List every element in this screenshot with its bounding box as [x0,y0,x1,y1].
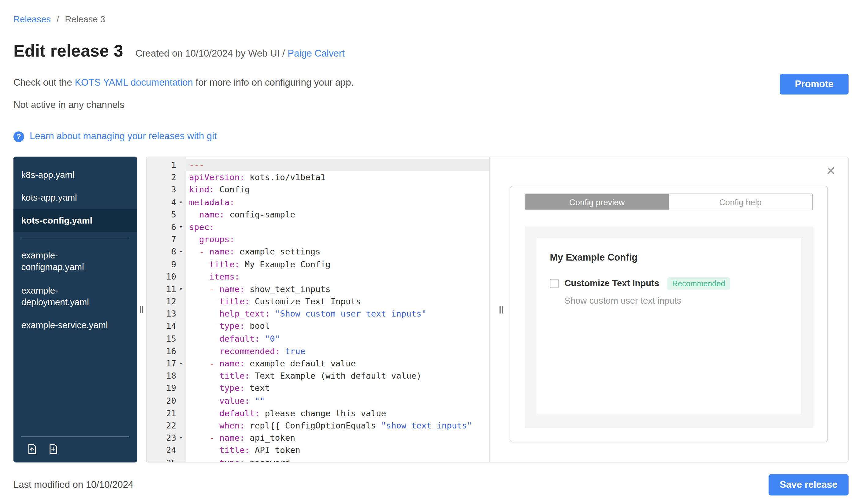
fold-arrow-icon[interactable]: ▾ [176,221,186,233]
gutter-line[interactable]: 25 [146,456,186,462]
fold-arrow-icon[interactable]: ▾ [176,358,186,370]
code-token [189,284,209,294]
file-tree-resize-handle[interactable] [137,157,146,462]
file-tree-item[interactable]: example-service.yaml [13,314,137,336]
promote-button[interactable]: Promote [780,74,849,94]
gutter-line[interactable]: 7 [146,233,186,246]
fold-spacer [176,370,186,382]
code-line[interactable]: type: password [186,456,489,462]
code-token [260,334,265,344]
close-icon[interactable]: ✕ [826,165,836,176]
gutter-line[interactable]: 3 [146,184,186,196]
tab-config-help[interactable]: Config help [669,194,812,210]
gutter-line[interactable]: 8▾ [146,246,186,258]
code-token: items: [209,271,239,282]
fold-spacer [176,271,186,283]
gutter-line[interactable]: 14 [146,320,186,333]
gutter-line[interactable]: 22 [146,419,186,432]
code-line[interactable]: - name: example_settings [186,246,489,258]
code-token [189,346,219,356]
kots-yaml-doc-link[interactable]: KOTS YAML documentation [75,77,193,88]
code-line[interactable]: title: Customize Text Inputs [186,295,489,308]
file-tree-item[interactable]: k8s-app.yaml [13,163,137,186]
gutter-line[interactable]: 17▾ [146,358,186,370]
code-token [189,309,219,319]
code-token: value: [219,396,250,406]
code-line[interactable]: name: config-sample [186,209,489,221]
gutter-line[interactable]: 11▾ [146,283,186,295]
gutter-line[interactable]: 4▾ [146,196,186,209]
gutter-line[interactable]: 19 [146,382,186,395]
code-line[interactable]: when: repl{{ ConfigOptionEquals "show_te… [186,419,489,432]
upload-file-icon[interactable] [26,443,38,455]
gutter-line[interactable]: 9 [146,258,186,271]
gutter-line[interactable]: 12 [146,295,186,308]
file-tree-item[interactable]: example-deployment.yaml [13,279,137,314]
code-line[interactable]: title: API token [186,445,489,457]
editor-panel: 1234▾56▾78▾91011▾121314151617▾1819202122… [146,157,849,462]
gutter-line[interactable]: 24 [146,445,186,457]
fold-arrow-icon[interactable]: ▾ [176,432,186,445]
code-line[interactable]: - name: api_token [186,432,489,445]
code-line[interactable]: value: "" [186,395,489,407]
gutter-line[interactable]: 10 [146,271,186,283]
code-token: text [245,383,270,393]
code-line[interactable]: groups: [186,233,489,246]
code-token: name: [219,358,245,369]
code-token [189,247,199,257]
code-line[interactable]: type: bool [186,320,489,333]
code-line[interactable]: spec: [186,221,489,233]
file-tree-item[interactable]: kots-app.yaml [13,186,137,209]
line-number: 14 [146,320,176,333]
gutter-line[interactable]: 23▾ [146,432,186,445]
tab-config-preview[interactable]: Config preview [525,194,669,210]
fold-arrow-icon[interactable]: ▾ [176,246,186,258]
code-editor[interactable]: 1234▾56▾78▾91011▾121314151617▾1819202122… [146,157,490,462]
code-line[interactable]: default: please change this value [186,407,489,420]
gutter-line[interactable]: 20 [146,395,186,407]
gutter-line[interactable]: 5 [146,209,186,221]
gutter-line[interactable]: 16 [146,345,186,358]
line-number: 19 [146,382,176,395]
gutter-line[interactable]: 6▾ [146,221,186,233]
file-tree-item[interactable]: example-configmap.yaml [13,244,137,279]
gutter-line[interactable]: 21 [146,407,186,420]
code-line[interactable]: - name: example_default_value [186,358,489,370]
code-line[interactable]: --- [186,159,489,171]
author-link[interactable]: Paige Calvert [288,48,345,59]
breadcrumb-separator: / [56,15,59,24]
code-line[interactable]: help_text: "Show custom user text inputs… [186,308,489,320]
file-tree-footer [21,436,129,462]
git-help-link[interactable]: Learn about managing your releases with … [30,131,217,142]
line-number: 24 [146,445,176,457]
code-line[interactable]: items: [186,271,489,283]
config-checkbox[interactable] [550,279,559,288]
gutter-line[interactable]: 2 [146,171,186,184]
file-tree-item[interactable]: kots-config.yaml [13,209,137,232]
save-release-button[interactable]: Save release [769,474,849,495]
code-line[interactable]: - name: show_text_inputs [186,283,489,295]
code-line[interactable]: kind: Config [186,184,489,196]
code-line[interactable]: metadata: [186,196,489,209]
gutter-line[interactable]: 1 [146,159,186,171]
gutter-line[interactable]: 18 [146,370,186,382]
code-line[interactable]: default: "0" [186,332,489,345]
code-token: password [245,458,290,462]
code-line[interactable]: type: text [186,382,489,395]
fold-arrow-icon[interactable]: ▾ [176,196,186,209]
code-token [189,259,209,269]
editor-code[interactable]: ---apiVersion: kots.io/v1beta1kind: Conf… [186,157,489,462]
code-token: "Show custom user text inputs" [275,309,427,319]
fold-arrow-icon[interactable]: ▾ [176,283,186,295]
created-info: Created on 10/10/2024 by Web UI / Paige … [135,48,345,59]
editor-resize-handle[interactable] [499,306,503,313]
code-line[interactable]: recommended: true [186,345,489,358]
line-number: 1 [146,159,176,171]
code-line[interactable]: title: My Example Config [186,258,489,271]
gutter-line[interactable]: 15 [146,332,186,345]
new-file-icon[interactable] [47,443,59,455]
code-line[interactable]: apiVersion: kots.io/v1beta1 [186,171,489,184]
gutter-line[interactable]: 13 [146,308,186,320]
code-line[interactable]: title: Text Example (with default value) [186,370,489,382]
breadcrumb-releases-link[interactable]: Releases [13,15,51,24]
